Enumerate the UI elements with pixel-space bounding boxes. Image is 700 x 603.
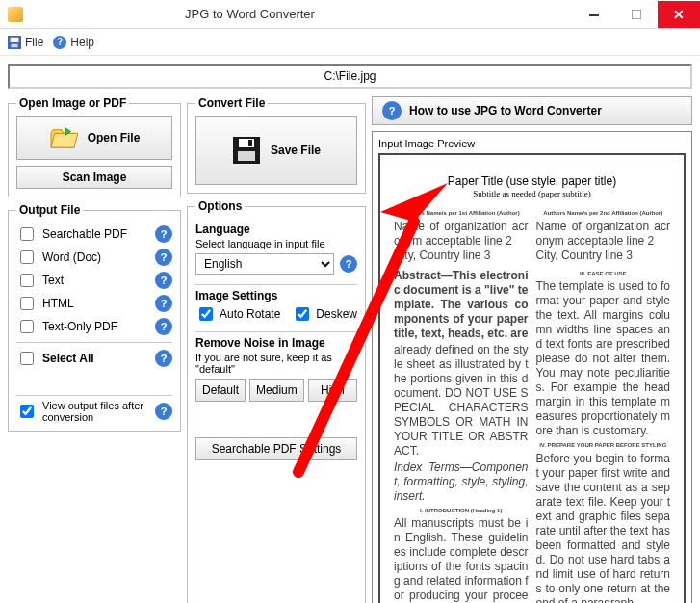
select-all-checkbox[interactable] — [20, 352, 34, 365]
language-select[interactable]: English — [195, 253, 334, 275]
deskew-checkbox[interactable] — [296, 307, 309, 321]
minimize-button[interactable] — [573, 1, 615, 28]
searchable-pdf-checkbox[interactable] — [20, 227, 34, 241]
noise-high-button[interactable]: High — [308, 379, 357, 402]
howto-button[interactable]: ? How to use JPG to Word Converter — [372, 96, 692, 125]
convert-file-panel: Convert File Save File — [187, 96, 366, 194]
app-icon — [8, 7, 23, 22]
svg-rect-1 — [632, 10, 641, 19]
output-file-panel: Output File Searchable PDF? Word (Doc)? … — [8, 203, 181, 432]
howto-label: How to use JPG to Word Converter — [409, 104, 602, 118]
language-note: Select language in input file — [195, 238, 357, 249]
auto-rotate-label: Auto Rotate — [220, 307, 288, 321]
help-icon[interactable]: ? — [155, 350, 172, 367]
word-doc-checkbox[interactable] — [20, 250, 34, 264]
preview-page: Paper Title (use style: paper title) Sub… — [378, 153, 686, 603]
open-file-button[interactable]: Open File — [16, 116, 172, 160]
save-file-button[interactable]: Save File — [195, 116, 357, 185]
close-button[interactable]: ✕ — [658, 1, 700, 28]
open-image-legend: Open Image or PDF — [16, 96, 129, 110]
help-icon[interactable]: ? — [155, 249, 172, 266]
file-menu-label: File — [25, 36, 43, 49]
help-icon[interactable]: ? — [340, 255, 357, 273]
preview-label: Input Image Preview — [378, 138, 686, 149]
help-icon: ? — [382, 101, 402, 120]
help-icon[interactable]: ? — [155, 403, 172, 420]
select-all-label: Select All — [42, 352, 149, 365]
help-icon[interactable]: ? — [155, 318, 172, 335]
searchable-pdf-settings-button[interactable]: Searchable PDF Settings — [195, 437, 357, 460]
svg-rect-0 — [589, 14, 599, 16]
help-menu-label: Help — [70, 36, 94, 49]
save-file-label: Save File — [271, 144, 321, 157]
svg-rect-3 — [11, 37, 19, 41]
text-checkbox[interactable] — [20, 274, 34, 287]
svg-rect-7 — [248, 140, 252, 146]
language-heading: Language — [195, 223, 357, 236]
titlebar: JPG to Word Converter ✕ — [0, 0, 700, 29]
svg-rect-8 — [238, 151, 255, 161]
convert-file-legend: Convert File — [195, 96, 268, 110]
maximize-button[interactable] — [615, 1, 658, 28]
floppy-icon — [232, 137, 261, 164]
view-after-label: View output files after conversion — [42, 400, 149, 423]
noise-heading: Remove Noise in Image — [195, 336, 357, 350]
save-icon — [8, 36, 21, 49]
text-label: Text — [42, 274, 149, 287]
noise-note: If you are not sure, keep it as "default… — [195, 352, 357, 375]
scan-image-button[interactable]: Scan Image — [16, 166, 172, 189]
html-checkbox[interactable] — [20, 297, 34, 310]
paper-body: Authors Name/s per 1st Affiliation (Auth… — [394, 206, 670, 603]
help-icon[interactable]: ? — [155, 295, 172, 312]
options-legend: Options — [195, 199, 245, 213]
html-label: HTML — [42, 297, 149, 310]
filepath-text: C:\File.jpg — [324, 69, 376, 83]
svg-rect-4 — [12, 43, 18, 47]
textonly-pdf-label: Text-Only PDF — [42, 320, 149, 333]
textonly-pdf-checkbox[interactable] — [20, 320, 34, 333]
folder-open-icon — [49, 126, 78, 149]
menubar: File ? Help — [0, 29, 700, 56]
paper-title: Paper Title (use style: paper title) — [394, 172, 670, 189]
help-icon[interactable]: ? — [155, 225, 172, 243]
open-image-panel: Open Image or PDF Open File Scan Image — [8, 96, 181, 197]
auto-rotate-checkbox[interactable] — [199, 307, 213, 321]
help-icon[interactable]: ? — [155, 272, 172, 289]
options-panel: Options Language Select language in inpu… — [187, 199, 366, 603]
view-after-checkbox[interactable] — [20, 405, 34, 418]
help-icon: ? — [53, 36, 66, 49]
open-file-label: Open File — [88, 131, 141, 144]
image-settings-heading: Image Settings — [195, 289, 357, 302]
word-doc-label: Word (Doc) — [42, 250, 149, 264]
help-menu[interactable]: ? Help — [53, 36, 94, 49]
noise-medium-button[interactable]: Medium — [249, 379, 304, 402]
output-file-legend: Output File — [16, 203, 83, 217]
preview-panel: Input Image Preview Paper Title (use sty… — [372, 131, 692, 603]
window-title: JPG to Word Converter — [23, 7, 573, 21]
searchable-pdf-label: Searchable PDF — [42, 227, 149, 241]
paper-subtitle: Subtitle as needed (paper subtitle) — [394, 189, 670, 198]
filepath-display: C:\File.jpg — [8, 64, 692, 89]
deskew-label: Deskew — [316, 307, 357, 321]
noise-default-button[interactable]: Default — [195, 379, 246, 402]
file-menu[interactable]: File — [8, 36, 43, 49]
